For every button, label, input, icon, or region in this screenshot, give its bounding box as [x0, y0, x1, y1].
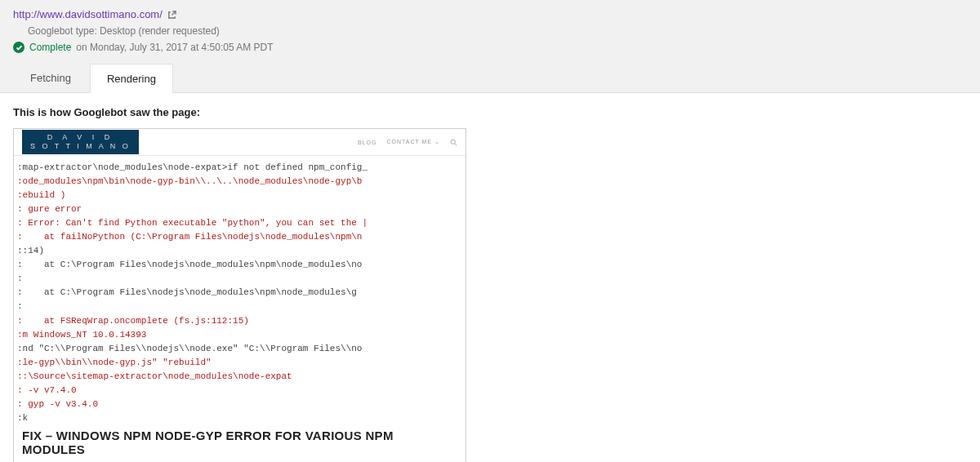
external-link-icon — [167, 10, 176, 19]
chevron-down-icon: ⌄ — [434, 139, 440, 144]
site-logo: D A V I D S O T T I M A N O — [22, 130, 139, 154]
render-preview: D A V I D S O T T I M A N O BLOG CONTACT… — [13, 128, 466, 462]
nav-blog: BLOG — [358, 140, 376, 145]
check-circle-icon — [13, 42, 24, 53]
status-timestamp: on Monday, July 31, 2017 at 4:50:05 AM P… — [76, 42, 273, 53]
search-icon — [450, 139, 457, 146]
svg-point-0 — [451, 140, 455, 144]
googlebot-type-text: Googlebot type: Desktop (render requeste… — [13, 25, 967, 37]
terminal-output: :map-extractor\node_modules\node-expat>i… — [14, 155, 466, 425]
section-heading: This is how Googlebot saw the page: — [13, 106, 967, 118]
nav-contact: CONTACT ME ⌄ — [386, 139, 440, 145]
tab-bar: Fetching Rendering — [13, 63, 967, 92]
article-title: FIX – WINDOWS NPM NODE-GYP ERROR FOR VAR… — [14, 425, 466, 462]
status-complete: Complete — [29, 42, 71, 53]
fetched-url-link[interactable]: http://www.davidsottimano.com/ — [13, 8, 163, 20]
tab-rendering[interactable]: Rendering — [90, 64, 173, 93]
tab-fetching[interactable]: Fetching — [13, 63, 88, 92]
